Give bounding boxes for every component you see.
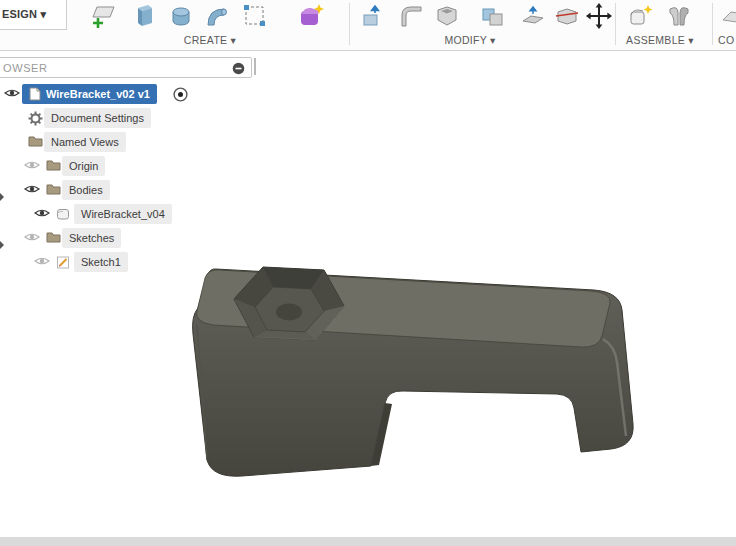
tree-row-document-settings: Document Settings: [0, 108, 260, 130]
split-body-icon: [553, 2, 581, 30]
fillet-icon: [397, 2, 425, 30]
combine-icon: [479, 2, 507, 30]
visibility-eye-icon[interactable]: [34, 207, 50, 219]
tree-item-origin[interactable]: Origin: [62, 156, 105, 176]
bottom-strip: [0, 537, 736, 546]
visibility-eye-icon[interactable]: [24, 183, 40, 195]
construct-plane-icon: [719, 2, 736, 30]
visibility-eye-icon[interactable]: [4, 87, 20, 99]
tree-item-root-component[interactable]: WireBracket_v02 v1: [22, 84, 157, 104]
construct-menu-label[interactable]: CO: [718, 34, 736, 48]
tree-item-label: Document Settings: [51, 112, 144, 124]
folder-icon: [28, 135, 43, 147]
tree-item-sketches[interactable]: Sketches: [62, 228, 121, 248]
shell-icon: [433, 2, 461, 30]
tree-item-label: Named Views: [51, 136, 119, 148]
tree-item-bodies[interactable]: Bodies: [62, 180, 110, 200]
visibility-eye-icon[interactable]: [34, 255, 50, 267]
tree-item-document-settings[interactable]: Document Settings: [44, 108, 151, 128]
new-component-button[interactable]: [626, 1, 656, 31]
tree-item-named-views[interactable]: Named Views: [44, 132, 126, 152]
create-form-button[interactable]: [296, 1, 326, 31]
tree-item-label: WireBracket_v02 v1: [46, 88, 150, 100]
sketch-icon: [56, 255, 70, 269]
folder-icon: [46, 231, 61, 243]
press-pull-icon: [359, 2, 387, 30]
tree-item-label: Sketch1: [81, 256, 121, 268]
folder-icon: [46, 159, 61, 171]
tree-row-origin: Origin: [0, 156, 260, 178]
component-document-icon: [29, 87, 41, 101]
offset-face-icon: [519, 2, 547, 30]
activate-component-radio-icon[interactable]: [172, 86, 189, 103]
joint-icon: [665, 2, 693, 30]
new-component-icon: [627, 2, 655, 30]
assemble-menu-label[interactable]: ASSEMBLE ▾: [600, 34, 720, 48]
press-pull-button[interactable]: [358, 1, 388, 31]
expand-triangle-icon[interactable]: [0, 235, 4, 243]
folder-icon: [46, 183, 61, 195]
tree-item-body-wirebracket-v04[interactable]: WireBracket_v04: [74, 204, 172, 224]
tree-row-named-views: Named Views: [0, 132, 260, 154]
tree-row-body-wirebracket: WireBracket_v04: [0, 204, 260, 226]
joint-button[interactable]: [664, 1, 694, 31]
tree-item-sketch1[interactable]: Sketch1: [74, 252, 128, 272]
expand-triangle-icon[interactable]: [0, 187, 4, 195]
combine-button[interactable]: [478, 1, 508, 31]
modify-menu-label[interactable]: MODIFY ▾: [410, 34, 530, 48]
tree-row-bodies: Bodies: [0, 180, 260, 202]
toolbar-separator: [349, 3, 350, 45]
tree-item-label: Sketches: [69, 232, 114, 244]
create-form-icon: [297, 2, 325, 30]
move-copy-button[interactable]: [584, 1, 614, 31]
visibility-eye-icon[interactable]: [24, 159, 40, 171]
tree-item-label: WireBracket_v04: [81, 208, 165, 220]
gear-icon: [28, 111, 43, 126]
shell-button[interactable]: [432, 1, 462, 31]
body-icon: [56, 207, 70, 221]
viewport-3d-model[interactable]: [140, 240, 660, 540]
tree-item-label: Bodies: [69, 184, 103, 196]
fillet-button[interactable]: [396, 1, 426, 31]
move-copy-icon: [585, 2, 613, 30]
offset-face-button[interactable]: [518, 1, 548, 31]
split-body-button[interactable]: [552, 1, 582, 31]
tree-row-root-component: WireBracket_v02 v1: [0, 84, 260, 106]
visibility-eye-icon[interactable]: [24, 231, 40, 243]
construct-partial-button[interactable]: [718, 1, 736, 31]
tree-item-label: Origin: [69, 160, 98, 172]
